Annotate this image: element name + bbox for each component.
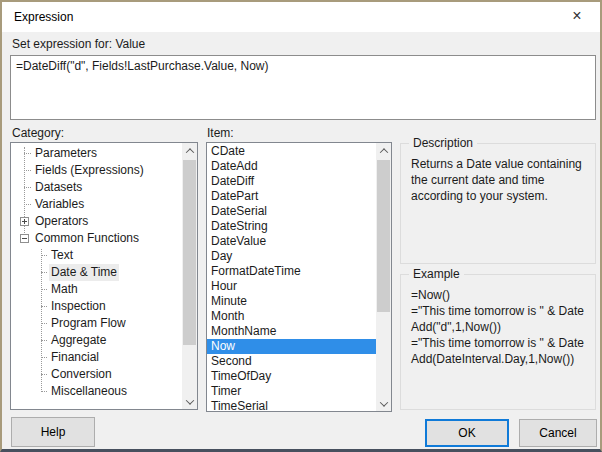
tree-item[interactable]: Parameters [11, 145, 182, 162]
tree-item[interactable]: Math [11, 281, 182, 298]
tree-item[interactable]: Conversion [11, 366, 182, 383]
tree-item[interactable]: Inspection [11, 298, 182, 315]
tree-item[interactable]: Fields (Expressions) [11, 162, 182, 179]
example-caption: Example [409, 267, 464, 281]
tree-item-label: Date & Time [49, 264, 119, 281]
list-item[interactable]: Month [207, 309, 376, 324]
scroll-up-button[interactable] [376, 143, 391, 158]
chevron-down-icon [185, 396, 193, 404]
item-label: Item: [207, 126, 234, 140]
list-item[interactable]: Second [207, 354, 376, 369]
list-item[interactable]: Minute [207, 294, 376, 309]
category-scrollbar[interactable] [182, 143, 197, 409]
close-button[interactable]: × [562, 4, 592, 28]
list-item[interactable]: Timer [207, 384, 376, 399]
scrollbar-thumb[interactable] [183, 160, 196, 345]
list-item[interactable]: Day [207, 249, 376, 264]
example-panel: Example =Now()="This time tomorrow is " … [400, 274, 596, 410]
list-item[interactable]: TimeSerial [207, 399, 376, 411]
list-item[interactable]: DateAdd [207, 159, 376, 174]
tree-item[interactable]: Aggregate [11, 332, 182, 349]
tree-item-label: Miscellaneous [49, 383, 129, 400]
title-bar: Expression × [2, 2, 600, 32]
collapse-minus-icon[interactable] [20, 234, 29, 243]
set-expression-label: Set expression for: Value [12, 37, 145, 51]
tree-item-label: Financial [49, 349, 101, 366]
tree-item[interactable]: Miscellaneous [11, 383, 182, 400]
tree-item-label: Datasets [33, 179, 84, 196]
list-item[interactable]: TimeOfDay [207, 369, 376, 384]
example-line: ="This time tomorrow is " & DateAdd("d",… [411, 303, 587, 335]
list-item[interactable]: FormatDateTime [207, 264, 376, 279]
close-icon: × [572, 7, 581, 25]
list-item[interactable]: DateValue [207, 234, 376, 249]
description-caption: Description [409, 136, 477, 150]
tree-item-label: Fields (Expressions) [33, 162, 146, 179]
category-label: Category: [12, 126, 64, 140]
chevron-down-icon [379, 398, 387, 406]
expression-dialog: Expression × Set expression for: Value =… [0, 0, 602, 452]
help-button[interactable]: Help [11, 417, 95, 447]
tree-item[interactable]: Text [11, 247, 182, 264]
expand-plus-icon[interactable] [20, 217, 29, 226]
list-item[interactable]: CDate [207, 144, 376, 159]
category-tree[interactable]: ParametersFields (Expressions)DatasetsVa… [10, 142, 198, 410]
item-scrollbar[interactable] [376, 143, 391, 411]
tree-item[interactable]: Financial [11, 349, 182, 366]
tree-item[interactable]: Common Functions [11, 230, 182, 247]
cancel-button[interactable]: Cancel [519, 419, 597, 447]
tree-item-label: Inspection [49, 298, 108, 315]
tree-item[interactable]: Operators [11, 213, 182, 230]
chevron-up-icon [185, 148, 193, 156]
example-lines: =Now()="This time tomorrow is " & DateAd… [401, 275, 595, 371]
example-line: ="This time tomorrow is " & DateAdd(Date… [411, 335, 587, 367]
chevron-up-icon [379, 148, 387, 156]
description-text: Returns a Date value containing the curr… [401, 144, 595, 208]
tree-item-label: Conversion [49, 366, 114, 383]
category-tree-rows: ParametersFields (Expressions)DatasetsVa… [11, 143, 182, 409]
list-item[interactable]: DateDiff [207, 174, 376, 189]
list-item[interactable]: DateString [207, 219, 376, 234]
scroll-down-button[interactable] [182, 394, 197, 409]
list-item[interactable]: MonthName [207, 324, 376, 339]
tree-item-label: Text [49, 247, 75, 264]
tree-item[interactable]: Variables [11, 196, 182, 213]
tree-item-label: Parameters [33, 145, 99, 162]
tree-item-label: Math [49, 281, 80, 298]
list-item[interactable]: DatePart [207, 189, 376, 204]
scroll-up-button[interactable] [182, 143, 197, 158]
list-item[interactable]: Now [207, 339, 376, 354]
tree-item[interactable]: Datasets [11, 179, 182, 196]
example-line: =Now() [411, 287, 587, 303]
list-item[interactable]: Hour [207, 279, 376, 294]
list-item[interactable]: DateSerial [207, 204, 376, 219]
scrollbar-thumb[interactable] [377, 160, 390, 312]
tree-item-label: Common Functions [33, 230, 141, 247]
tree-item-label: Aggregate [49, 332, 108, 349]
tree-item-label: Operators [33, 213, 90, 230]
item-list[interactable]: CDateDateAddDateDiffDatePartDateSerialDa… [206, 142, 392, 412]
item-list-rows: CDateDateAddDateDiffDatePartDateSerialDa… [207, 143, 376, 411]
tree-item[interactable]: Date & Time [11, 264, 182, 281]
description-panel: Description Returns a Date value contain… [400, 143, 596, 264]
ok-button[interactable]: OK [425, 419, 509, 447]
dialog-title: Expression [14, 10, 73, 24]
tree-item[interactable]: Program Flow [11, 315, 182, 332]
expression-input[interactable]: =DateDiff("d", Fields!LastPurchase.Value… [10, 55, 596, 120]
tree-item-label: Program Flow [49, 315, 128, 332]
scroll-down-button[interactable] [376, 396, 391, 411]
tree-item-label: Variables [33, 196, 86, 213]
